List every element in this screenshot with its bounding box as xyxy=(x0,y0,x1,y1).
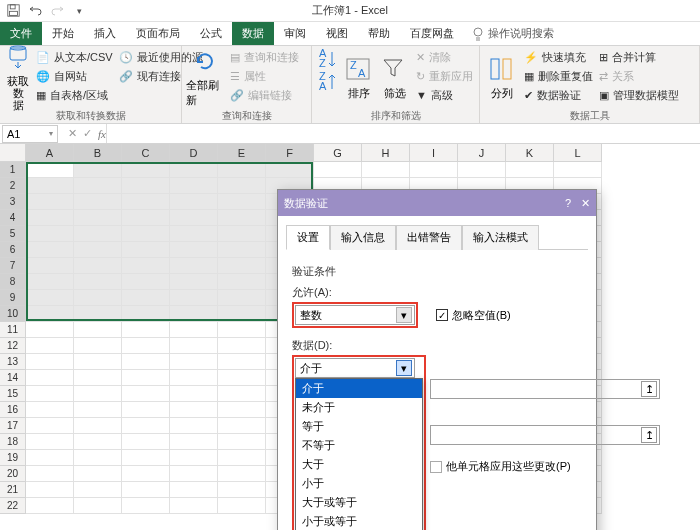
tell-me[interactable]: 操作说明搜索 xyxy=(464,22,562,45)
cell[interactable] xyxy=(74,450,122,466)
ignore-blank-checkbox[interactable]: ✓ 忽略空值(B) xyxy=(436,308,511,323)
col-header[interactable]: I xyxy=(410,144,458,162)
data-combo-dropdown[interactable]: 介于未介于等于不等于大于小于大于或等于小于或等于 xyxy=(295,378,423,530)
cell[interactable] xyxy=(74,306,122,322)
cell[interactable] xyxy=(170,370,218,386)
cell[interactable] xyxy=(26,274,74,290)
advanced-filter-button[interactable]: ▼高级 xyxy=(414,86,475,104)
reapply-button[interactable]: ↻重新应用 xyxy=(414,67,475,85)
cell[interactable] xyxy=(122,370,170,386)
cell[interactable] xyxy=(26,370,74,386)
consolidate-button[interactable]: ⊞合并计算 xyxy=(597,48,681,66)
cell[interactable] xyxy=(74,482,122,498)
cell[interactable] xyxy=(170,338,218,354)
cell[interactable] xyxy=(122,338,170,354)
row-header[interactable]: 20 xyxy=(0,466,26,482)
cell[interactable] xyxy=(122,482,170,498)
cell[interactable] xyxy=(218,242,266,258)
cell[interactable] xyxy=(74,386,122,402)
from-web-button[interactable]: 🌐自网站 xyxy=(34,67,115,85)
cell[interactable] xyxy=(26,226,74,242)
cell[interactable] xyxy=(74,274,122,290)
cell[interactable] xyxy=(26,498,74,514)
cell[interactable] xyxy=(74,498,122,514)
cell[interactable] xyxy=(26,450,74,466)
row-header[interactable]: 13 xyxy=(0,354,26,370)
tab-insert[interactable]: 插入 xyxy=(84,22,126,45)
remove-dup-button[interactable]: ▦删除重复值 xyxy=(522,67,595,85)
text-to-columns-button[interactable]: 分列 xyxy=(484,48,520,108)
cell[interactable] xyxy=(74,210,122,226)
queries-button[interactable]: ▤查询和连接 xyxy=(228,48,301,66)
cell[interactable] xyxy=(74,466,122,482)
cell[interactable] xyxy=(26,434,74,450)
chevron-down-icon[interactable]: ▾ xyxy=(396,307,412,323)
cell[interactable] xyxy=(170,322,218,338)
formula-bar[interactable] xyxy=(106,124,700,143)
dropdown-option[interactable]: 大于 xyxy=(296,455,422,474)
cell[interactable] xyxy=(218,162,266,178)
cell[interactable] xyxy=(170,498,218,514)
cell[interactable] xyxy=(26,354,74,370)
cell[interactable] xyxy=(218,498,266,514)
allow-combo[interactable]: 整数 ▾ xyxy=(295,305,415,325)
refresh-all-button[interactable]: 全部刷新 xyxy=(186,48,226,108)
close-icon[interactable]: ✕ xyxy=(581,197,590,210)
cell[interactable] xyxy=(218,434,266,450)
cell[interactable] xyxy=(74,402,122,418)
tab-baidu[interactable]: 百度网盘 xyxy=(400,22,464,45)
cell[interactable] xyxy=(218,354,266,370)
cell[interactable] xyxy=(218,290,266,306)
tab-home[interactable]: 开始 xyxy=(42,22,84,45)
from-text-button[interactable]: 📄从文本/CSV xyxy=(34,48,115,66)
cell[interactable] xyxy=(122,162,170,178)
dropdown-option[interactable]: 不等于 xyxy=(296,436,422,455)
range-picker-icon[interactable]: ↥ xyxy=(641,427,657,443)
redo-icon[interactable] xyxy=(50,3,65,18)
cell[interactable] xyxy=(122,274,170,290)
row-header[interactable]: 18 xyxy=(0,434,26,450)
cell[interactable] xyxy=(218,386,266,402)
max-input[interactable]: ↥ xyxy=(430,425,660,445)
data-combo[interactable]: 介于 ▾ xyxy=(295,358,415,378)
cell[interactable] xyxy=(26,290,74,306)
dropdown-option[interactable]: 未介于 xyxy=(296,398,422,417)
apply-checkbox[interactable] xyxy=(430,461,442,473)
tab-file[interactable]: 文件 xyxy=(0,22,42,45)
dlg-tab-input[interactable]: 输入信息 xyxy=(330,225,396,250)
cell[interactable] xyxy=(170,162,218,178)
cell[interactable] xyxy=(170,354,218,370)
col-header[interactable]: B xyxy=(74,144,122,162)
cell[interactable] xyxy=(122,306,170,322)
cell[interactable] xyxy=(266,162,314,178)
cell[interactable] xyxy=(74,338,122,354)
from-table-button[interactable]: ▦自表格/区域 xyxy=(34,86,115,104)
cell[interactable] xyxy=(74,290,122,306)
tab-layout[interactable]: 页面布局 xyxy=(126,22,190,45)
row-header[interactable]: 4 xyxy=(0,210,26,226)
cell[interactable] xyxy=(170,274,218,290)
cell[interactable] xyxy=(170,194,218,210)
dropdown-option[interactable]: 小于 xyxy=(296,474,422,493)
cell[interactable] xyxy=(218,210,266,226)
cell[interactable] xyxy=(26,482,74,498)
tab-view[interactable]: 视图 xyxy=(316,22,358,45)
col-header[interactable]: E xyxy=(218,144,266,162)
cell[interactable] xyxy=(170,178,218,194)
cell[interactable] xyxy=(170,226,218,242)
cell[interactable] xyxy=(122,322,170,338)
flash-fill-button[interactable]: ⚡快速填充 xyxy=(522,48,595,66)
row-header[interactable]: 11 xyxy=(0,322,26,338)
cell[interactable] xyxy=(74,258,122,274)
data-validation-button[interactable]: ✔数据验证 xyxy=(522,86,595,104)
cell[interactable] xyxy=(170,402,218,418)
row-header[interactable]: 9 xyxy=(0,290,26,306)
get-data-button[interactable]: 获取数 据 xyxy=(4,48,32,108)
data-model-button[interactable]: ▣管理数据模型 xyxy=(597,86,681,104)
cell[interactable] xyxy=(218,226,266,242)
cell[interactable] xyxy=(458,162,506,178)
cell[interactable] xyxy=(26,194,74,210)
row-header[interactable]: 6 xyxy=(0,242,26,258)
cell[interactable] xyxy=(74,322,122,338)
cell[interactable] xyxy=(218,402,266,418)
